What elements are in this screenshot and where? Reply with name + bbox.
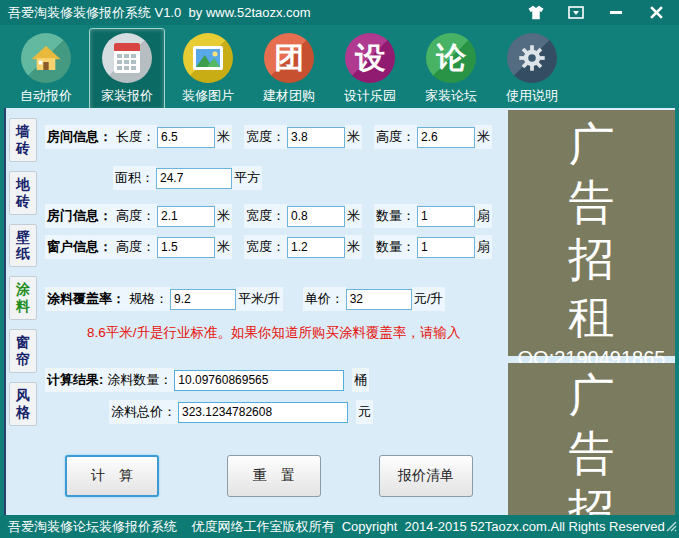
coverage-spec-input[interactable]: [170, 289, 236, 310]
window-menu-button[interactable]: [565, 4, 587, 22]
calculate-button[interactable]: 计 算: [65, 455, 159, 497]
unit-price-label: 单价：: [303, 287, 346, 311]
toolbar-label: 使用说明: [506, 87, 558, 105]
room-info-row: 房间信息： 长度：米 宽度：米 高度：米: [45, 125, 504, 149]
area-label: 面积：: [113, 166, 156, 190]
door-width-unit: 米: [345, 204, 362, 228]
gear-icon: [507, 33, 557, 83]
paint-quantity-unit: 桶: [352, 368, 369, 392]
area-row: 面积： 平方: [113, 166, 262, 190]
quote-list-button[interactable]: 报价清单: [379, 455, 473, 497]
toolbar-button-home-quote[interactable]: 家装报价: [89, 28, 165, 111]
house-icon: [21, 33, 71, 83]
coverage-standard-tip: 8.6平米/升是行业标准。如果你知道所购买涂料覆盖率，请输入: [87, 324, 461, 342]
window-count-unit: 扇: [475, 235, 492, 259]
sidebar-tab-floor-tile[interactable]: 地砖: [9, 171, 37, 215]
length-input[interactable]: [157, 127, 215, 148]
result-quantity-row: 计算结果: 涂料数量： 桶: [45, 368, 369, 392]
window-height-label: 高度：: [114, 235, 157, 259]
toolbar-button-design-park[interactable]: 设 设计乐园: [332, 28, 408, 111]
picture-icon: [183, 33, 233, 83]
toolbar-label: 家装报价: [101, 87, 153, 105]
sidebar-tab-wall-tile[interactable]: 墙砖: [9, 118, 37, 162]
window-controls: [525, 4, 671, 22]
door-count-unit: 扇: [475, 204, 492, 228]
paint-form: 房间信息： 长度：米 宽度：米 高度：米 面积： 平方 房门信息： 高度：米 宽…: [39, 108, 504, 515]
door-info-row: 房门信息： 高度：米 宽度：米 数量：扇: [45, 204, 504, 228]
paint-quantity-input[interactable]: [174, 370, 344, 391]
main-content: 墙砖 地砖 壁纸 涂料 窗帘 风格 房间信息： 长度：米 宽度：米 高度：米 面…: [4, 108, 675, 515]
coverage-row: 涂料覆盖率： 规格：平米/升 单价：元/升: [45, 287, 457, 311]
sidebar-tab-wallpaper[interactable]: 壁纸: [9, 224, 37, 268]
spec-unit: 平米/升: [236, 287, 283, 311]
result-total-row: 涂料总价： 元: [109, 400, 373, 424]
height-input[interactable]: [417, 127, 475, 148]
calculator-icon: [102, 33, 152, 83]
door-height-input[interactable]: [157, 206, 215, 227]
width-label: 宽度：: [244, 125, 287, 149]
ad-column: 广告 招租 QQ:2190491865: [504, 108, 675, 515]
ad-panel-top[interactable]: 广告 招租 QQ:2190491865: [508, 110, 675, 356]
minimize-icon: [610, 11, 622, 15]
design-glyph-icon: 设: [345, 33, 395, 83]
width-unit: 米: [345, 125, 362, 149]
sidebar-tab-style[interactable]: 风格: [9, 382, 37, 426]
window-info-section-label: 窗户信息：: [45, 235, 114, 259]
toolbar-label: 设计乐园: [344, 87, 396, 105]
door-width-input[interactable]: [287, 206, 345, 227]
toolbar-button-auto-quote[interactable]: 自动报价: [8, 28, 84, 111]
sidebar-tabs: 墙砖 地砖 壁纸 涂料 窗帘 风格: [4, 108, 39, 515]
height-unit: 米: [475, 125, 492, 149]
window-menu-icon: [568, 6, 584, 19]
door-height-label: 高度：: [114, 204, 157, 228]
paint-total-input[interactable]: [178, 402, 348, 423]
area-input[interactable]: [156, 168, 232, 189]
window-height-input[interactable]: [157, 237, 215, 258]
forum-glyph-icon: 论: [426, 33, 476, 83]
close-icon: [650, 6, 663, 19]
window-width-label: 宽度：: [244, 235, 287, 259]
unit-price-input[interactable]: [346, 289, 412, 310]
door-info-section-label: 房门信息：: [45, 204, 114, 228]
door-count-input[interactable]: [417, 206, 475, 227]
toolbar-button-group-buy[interactable]: 团 建材团购: [251, 28, 327, 111]
ad-line1: 广告: [508, 110, 675, 231]
sidebar-tab-paint[interactable]: 涂料: [9, 276, 37, 320]
toolbar-label: 自动报价: [20, 87, 72, 105]
window-width-input[interactable]: [287, 237, 345, 258]
ad-line1: 广告: [508, 363, 675, 482]
toolbar: 自动报价 家装报价 装修图片 团 建材团购 设 设计乐园 论 家装论坛: [0, 25, 679, 108]
window-count-input[interactable]: [417, 237, 475, 258]
skin-button[interactable]: [525, 4, 547, 22]
door-width-label: 宽度：: [244, 204, 287, 228]
shirt-icon: [527, 5, 545, 20]
tuan-glyph-icon: 团: [264, 33, 314, 83]
window-count-label: 数量：: [374, 235, 417, 259]
result-section-label: 计算结果:: [45, 368, 105, 392]
window-title: 吾爱淘装修装修报价系统 V1.0 by www.52taozx.com: [8, 4, 311, 22]
door-height-unit: 米: [215, 204, 232, 228]
toolbar-button-decor-pictures[interactable]: 装修图片: [170, 28, 246, 111]
ad-panel-bottom[interactable]: 广告 招租 QQ:2190491865: [508, 363, 675, 538]
statusbar: 吾爱淘装修论坛装修报价系统 优度网络工作室版权所有 Copyright 2014…: [0, 515, 679, 538]
resize-grip[interactable]: [665, 518, 677, 536]
ad-line2: 招租: [508, 231, 675, 346]
toolbar-label: 装修图片: [182, 87, 234, 105]
paint-total-unit: 元: [356, 400, 373, 424]
reset-button[interactable]: 重 置: [227, 455, 321, 497]
width-input[interactable]: [287, 127, 345, 148]
window-width-unit: 米: [345, 235, 362, 259]
spec-label: 规格：: [127, 287, 170, 311]
toolbar-button-help[interactable]: 使用说明: [494, 28, 570, 111]
toolbar-label: 家装论坛: [425, 87, 477, 105]
room-info-section-label: 房间信息：: [45, 125, 114, 149]
window-info-row: 窗户信息： 高度：米 宽度：米 数量：扇: [45, 235, 504, 259]
close-button[interactable]: [645, 4, 667, 22]
unit-price-unit: 元/升: [412, 287, 446, 311]
paint-total-label: 涂料总价：: [109, 400, 178, 424]
length-label: 长度：: [114, 125, 157, 149]
sidebar-tab-curtain[interactable]: 窗帘: [9, 329, 37, 373]
toolbar-button-forum[interactable]: 论 家装论坛: [413, 28, 489, 111]
toolbar-label: 建材团购: [263, 87, 315, 105]
minimize-button[interactable]: [605, 4, 627, 22]
